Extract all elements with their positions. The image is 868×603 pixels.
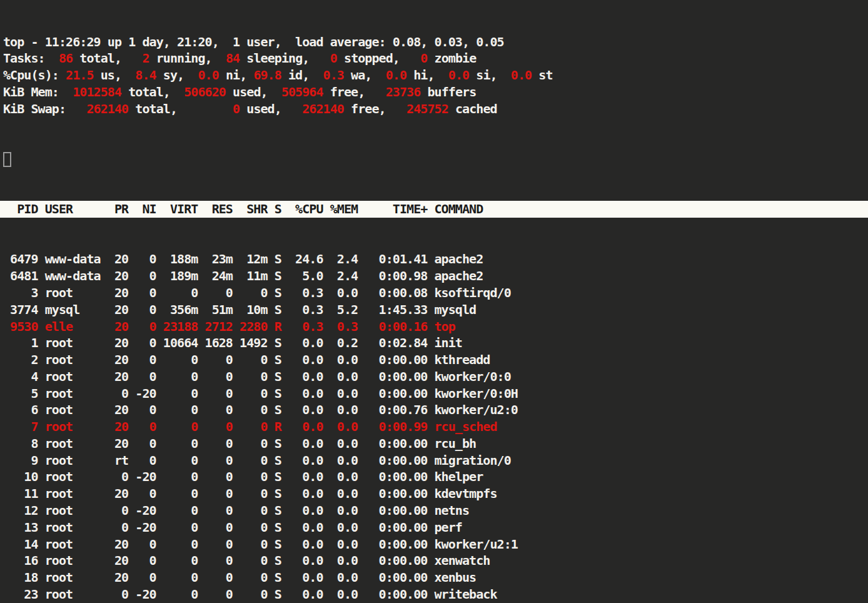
cpu-line-segment: 0.0 (379, 68, 406, 83)
swap-line-segment: used, (240, 101, 302, 116)
swap-line-segment: 262140 (86, 101, 128, 116)
process-row-14: 14 root 20 0 0 0 0 S 0.0 0.0 0:00.00 kwo… (3, 536, 868, 553)
process-table-rows: 6479 www-data 20 0 188m 23m 12m S 24.6 2… (3, 251, 868, 603)
process-row-10: 10 root 0 -20 0 0 0 S 0.0 0.0 0:00.00 kh… (3, 469, 868, 485)
process-row-6481: 6481 www-data 20 0 189m 24m 11m S 5.0 2.… (3, 268, 868, 285)
swap-line-segment: cached (448, 101, 497, 116)
tasks-line-segment: total, (73, 51, 128, 66)
cpu-line-segment: 69.8 (253, 68, 281, 83)
tasks-line-segment: stopped, (337, 51, 406, 66)
mem-line-segment: KiB Mem: (3, 84, 73, 99)
uptime-line: top - 11:26:29 up 1 day, 21:20, 1 user, … (3, 34, 868, 51)
tasks-line-segment: 0 (316, 51, 337, 66)
process-row-1: 1 root 20 0 10664 1628 1492 S 0.0 0.2 0:… (3, 335, 868, 352)
cpu-line-segment: st (532, 68, 552, 83)
process-row-8: 8 root 20 0 0 0 0 S 0.0 0.0 0:00.00 rcu_… (3, 435, 868, 452)
process-row-4: 4 root 20 0 0 0 0 S 0.0 0.0 0:00.00 kwor… (3, 368, 868, 385)
top-summary-area: top - 11:26:29 up 1 day, 21:20, 1 user, … (3, 34, 868, 118)
cpu-line-segment: 0.0 (442, 68, 469, 83)
terminal-cursor (3, 152, 11, 167)
cpu-line-segment: id, (281, 68, 316, 83)
cpu-line-segment: us, (94, 68, 129, 83)
swap-line-segment: 0 (233, 101, 240, 116)
mem-line: KiB Mem: 1012584 total, 506620 used, 505… (3, 84, 868, 101)
process-row-23: 23 root 0 -20 0 0 0 S 0.0 0.0 0:00.00 wr… (3, 586, 868, 603)
terminal-screen[interactable]: top - 11:26:29 up 1 day, 21:20, 1 user, … (0, 0, 868, 603)
process-row-16: 16 root 20 0 0 0 0 S 0.0 0.0 0:00.00 xen… (3, 552, 868, 569)
tasks-line-segment: running, (149, 51, 219, 66)
process-row-13: 13 root 0 -20 0 0 0 S 0.0 0.0 0:00.00 pe… (3, 519, 868, 536)
process-row-6: 6 root 20 0 0 0 0 S 0.0 0.0 0:00.76 kwor… (3, 402, 868, 418)
mem-line-segment: used, (226, 84, 281, 99)
swap-line-segment: free, (344, 101, 406, 116)
cpu-line-segment: 0.0 (504, 68, 532, 83)
swap-line-segment: KiB Swap: (3, 101, 86, 116)
swap-line: KiB Swap: 262140 total, 0 used, 262140 f… (3, 101, 868, 118)
tasks-line-segment: zombie (427, 51, 476, 66)
tasks-line-segment: 2 (128, 51, 149, 66)
tasks-line-segment: 86 (52, 51, 73, 66)
cpu-line-segment: hi, (406, 68, 442, 83)
process-row-18: 18 root 20 0 0 0 0 S 0.0 0.0 0:00.00 xen… (3, 569, 868, 586)
cpu-line-segment: 8.4 (128, 68, 156, 83)
mem-line-segment: 1012584 (73, 84, 121, 99)
tasks-line-segment: 0 (406, 51, 427, 66)
tasks-line-segment: sleeping, (240, 51, 316, 66)
cpu-line-segment: %Cpu(s): (3, 68, 66, 83)
cpu-line-segment: 0.0 (191, 68, 218, 83)
swap-line-segment: total, (128, 101, 233, 116)
mem-line-segment: 505964 (281, 84, 323, 99)
process-row-2: 2 root 20 0 0 0 0 S 0.0 0.0 0:00.00 kthr… (3, 352, 868, 368)
mem-line-segment: buffers (420, 84, 476, 99)
cpu-line-segment: 0.3 (316, 68, 343, 83)
process-row-9: 9 root rt 0 0 0 0 S 0.0 0.0 0:00.00 migr… (3, 452, 868, 469)
cpu-line-segment: sy, (156, 68, 191, 83)
tasks-line: Tasks: 86 total, 2 running, 84 sleeping,… (3, 50, 868, 67)
cpu-line-segment: 21.5 (66, 68, 93, 83)
process-row-5: 5 root 0 -20 0 0 0 S 0.0 0.0 0:00.00 kwo… (3, 385, 868, 402)
cpu-line-segment: si, (469, 68, 504, 83)
mem-line-segment: total, (121, 84, 184, 99)
process-row-12: 12 root 0 -20 0 0 0 S 0.0 0.0 0:00.00 ne… (3, 502, 868, 519)
cpu-line: %Cpu(s): 21.5 us, 8.4 sy, 0.0 ni, 69.8 i… (3, 67, 868, 84)
tasks-line-segment: Tasks: (3, 51, 52, 66)
cursor-line (3, 151, 868, 168)
process-row-6479: 6479 www-data 20 0 188m 23m 12m S 24.6 2… (3, 251, 868, 268)
process-row-3774: 3774 mysql 20 0 356m 51m 10m S 0.3 5.2 1… (3, 302, 868, 318)
cpu-line-segment: ni, (219, 68, 254, 83)
mem-line-segment: 506620 (184, 84, 226, 99)
process-row-7: 7 root 20 0 0 0 0 R 0.0 0.0 0:00.99 rcu_… (3, 418, 868, 435)
mem-line-segment: free, (323, 84, 386, 99)
swap-line-segment: 245752 (406, 101, 448, 116)
process-row-9530: 9530 elle 20 0 23188 2712 2280 R 0.3 0.3… (3, 318, 868, 335)
mem-line-segment: 23736 (386, 84, 421, 99)
uptime-line-segment: top - 11:26:29 up 1 day, 21:20, 1 user, … (3, 34, 504, 49)
cpu-line-segment: wa, (344, 68, 379, 83)
swap-line-segment: 262140 (302, 101, 344, 116)
process-table-header: PID USER PR NI VIRT RES SHR S %CPU %MEM … (0, 201, 868, 218)
tasks-line-segment: 84 (219, 51, 240, 66)
process-row-11: 11 root 20 0 0 0 0 S 0.0 0.0 0:00.00 kde… (3, 485, 868, 502)
process-row-3: 3 root 20 0 0 0 0 S 0.3 0.0 0:00.08 ksof… (3, 285, 868, 302)
